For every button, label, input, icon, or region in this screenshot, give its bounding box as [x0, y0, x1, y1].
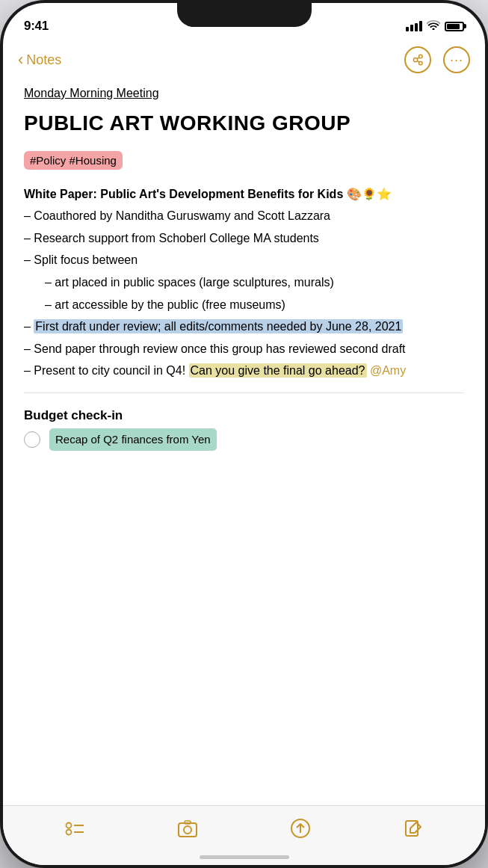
body-line4b: – art accessible by the public (free mus… [24, 295, 464, 315]
home-indicator [200, 855, 289, 859]
svg-rect-9 [179, 823, 197, 837]
body-line5: – First draft under review; all edits/co… [24, 317, 464, 336]
white-paper-heading: White Paper: Public Art's Development Be… [24, 185, 464, 204]
edit-button[interactable] [397, 812, 430, 845]
note-subtitle: Monday Morning Meeting [24, 87, 464, 100]
status-icons [406, 20, 464, 32]
body-line2: – Research support from Schoberl College… [24, 229, 464, 248]
back-button[interactable]: ‹ Notes [18, 50, 61, 70]
wifi-icon [427, 20, 440, 32]
status-time: 9:41 [24, 19, 49, 34]
checklist-text: Recap of Q2 finances from Yen [49, 428, 217, 451]
ellipsis-icon: ··· [450, 52, 463, 68]
note-body: White Paper: Public Art's Development Be… [24, 185, 464, 452]
body-line7: – Present to city council in Q4! Can you… [24, 361, 464, 381]
svg-point-0 [413, 58, 417, 61]
body-line1: – Coauthored by Nanditha Guruswamy and S… [24, 206, 464, 226]
body-line5-prefix: – [24, 320, 34, 333]
budget-heading: Budget check-in [24, 405, 464, 425]
body-line3: – Split focus between [24, 250, 464, 270]
battery-icon [445, 22, 464, 31]
note-content: Monday Morning Meeting PUBLIC ART WORKIN… [3, 79, 485, 805]
tag-badge: #Policy #Housing [24, 151, 123, 170]
compose-button[interactable] [284, 812, 317, 845]
share-button[interactable] [404, 46, 431, 73]
checklist-item: Recap of Q2 finances from Yen [24, 428, 464, 451]
body-line7-prefix: – Present to city council in Q4! [24, 364, 189, 377]
svg-point-10 [184, 826, 191, 834]
nav-action-icons: ··· [404, 46, 470, 73]
checklist-button[interactable] [58, 812, 91, 845]
checkbox[interactable] [24, 431, 40, 448]
body-line7-highlight: Can you give the final go ahead? [189, 363, 367, 378]
svg-point-7 [66, 829, 71, 834]
signal-bars-icon [406, 21, 422, 31]
svg-point-5 [66, 822, 71, 828]
body-line5-highlight: First draft under review; all edits/comm… [34, 319, 403, 333]
section-divider [24, 393, 464, 393]
body-line7-mention: @Amy [367, 364, 407, 377]
note-title: PUBLIC ART WORKING GROUP [24, 111, 464, 136]
svg-line-3 [417, 58, 419, 59]
body-line6: – Send paper through review once this gr… [24, 339, 464, 359]
nav-bar: ‹ Notes ··· [3, 40, 485, 79]
back-label: Notes [26, 52, 61, 68]
more-button[interactable]: ··· [443, 46, 470, 73]
camera-button[interactable] [171, 812, 204, 845]
body-line4a: – art placed in public spaces (large scu… [24, 273, 464, 292]
svg-line-4 [417, 61, 419, 62]
back-arrow-icon: ‹ [18, 50, 23, 70]
